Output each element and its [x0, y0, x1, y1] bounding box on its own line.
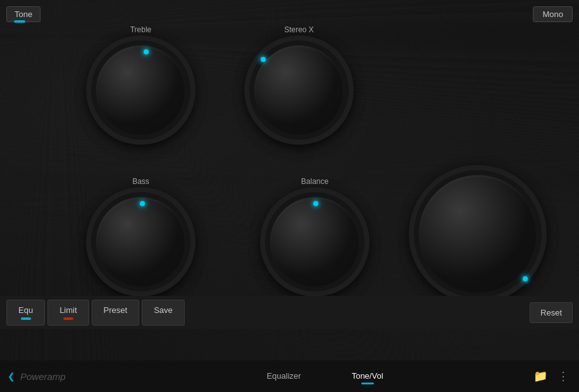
balance-knob-container: Balance	[263, 177, 367, 294]
save-indicator	[158, 317, 168, 320]
status-right-icons: 📁 ⋮	[523, 367, 579, 386]
bottom-toolbar: Equ Limit Preset Save Reset	[0, 296, 579, 329]
stereox-dot	[261, 57, 266, 62]
chevron-icon: ❮	[8, 371, 15, 381]
stereox-label: Stereo X	[247, 25, 351, 34]
limit-button[interactable]: Limit	[47, 300, 89, 326]
treble-label: Treble	[89, 25, 193, 34]
tab-equalizer[interactable]: Equalizer	[241, 364, 326, 389]
app-name-label: Poweramp	[20, 371, 66, 382]
treble-knob-body[interactable]	[96, 46, 185, 135]
save-button[interactable]: Save	[142, 300, 185, 326]
bass-label: Bass	[89, 177, 193, 186]
status-tabs: Equalizer Tone/Vol	[127, 364, 523, 389]
treble-knob-container: Treble	[89, 25, 193, 142]
stereox-knob-body[interactable]	[254, 46, 344, 135]
treble-knob-ring[interactable]	[89, 38, 193, 142]
preset-button[interactable]: Preset	[92, 300, 140, 326]
status-bar: ❮ Poweramp Equalizer Tone/Vol 📁 ⋮	[0, 360, 579, 392]
bass-knob-ring[interactable]	[89, 190, 193, 294]
stereox-knob-container: Stereo X	[247, 25, 351, 142]
folder-icon[interactable]: 📁	[531, 367, 550, 386]
mono-button[interactable]: Mono	[533, 6, 573, 22]
more-icon[interactable]: ⋮	[555, 367, 571, 386]
treble-dot	[144, 49, 149, 54]
tone-indicator	[14, 20, 25, 23]
equ-button[interactable]: Equ	[6, 300, 45, 326]
volume-dot	[523, 276, 528, 281]
balance-dot	[313, 201, 318, 206]
balance-knob-body[interactable]	[270, 197, 359, 286]
tone-vol-tab-indicator	[361, 383, 374, 384]
app-info: ❮ Poweramp	[0, 371, 127, 382]
tab-tone-vol[interactable]: Tone/Vol	[327, 364, 409, 389]
volume-knob-body[interactable]	[419, 175, 537, 293]
reset-button[interactable]: Reset	[530, 302, 573, 323]
equ-indicator	[21, 317, 31, 320]
bass-dot	[140, 201, 145, 206]
limit-indicator	[63, 317, 73, 320]
bass-knob-body[interactable]	[96, 197, 185, 286]
main-area: Tone Mono Treble Stereo X Bass	[0, 0, 579, 360]
preset-indicator	[110, 317, 120, 320]
volume-knob-ring[interactable]	[411, 168, 544, 300]
balance-label: Balance	[263, 177, 367, 186]
bass-knob-container: Bass	[89, 177, 193, 294]
stereox-knob-ring[interactable]	[247, 38, 351, 142]
balance-knob-ring[interactable]	[263, 190, 367, 294]
volume-knob-container: Volume	[411, 168, 544, 312]
